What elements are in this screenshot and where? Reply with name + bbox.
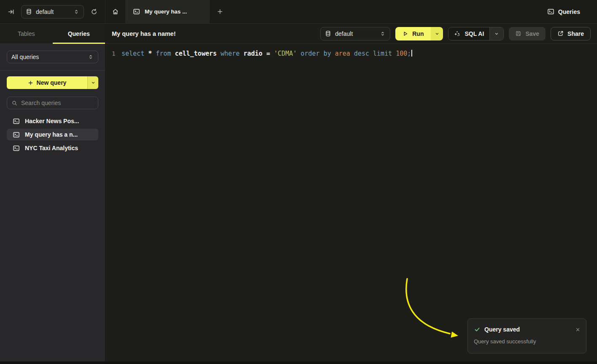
queries-indicator[interactable]: Queries <box>547 0 597 23</box>
new-query-dropdown-button[interactable] <box>87 76 98 89</box>
search-icon <box>11 100 18 106</box>
save-button[interactable]: Save <box>509 27 546 40</box>
toast-close-button[interactable] <box>575 327 580 332</box>
active-tab-underline <box>53 43 105 44</box>
database-selector-value: default <box>36 8 54 15</box>
plus-icon <box>217 8 223 15</box>
chevron-down-icon <box>494 31 499 36</box>
sql-token: limit <box>373 50 396 57</box>
toast-message: Query saved successfully <box>474 338 580 345</box>
database-selector-value: default <box>335 30 353 37</box>
home-button[interactable] <box>105 0 125 23</box>
toast-query-saved: Query saved Query saved successfully <box>467 318 586 353</box>
top-bar-left: default <box>0 0 105 23</box>
query-filter-value: All queries <box>11 54 39 60</box>
sparkles-icon <box>454 30 461 37</box>
new-query-label: New query <box>37 79 67 86</box>
top-bar: default My query has .. <box>0 0 597 24</box>
chevron-down-icon <box>435 31 440 36</box>
sql-token: desc <box>354 50 373 57</box>
queries-indicator-label: Queries <box>558 8 580 15</box>
collapse-sidebar-icon <box>8 8 14 15</box>
sql-console-app: default My query has .. <box>0 0 597 364</box>
console-icon <box>133 8 140 15</box>
run-button-label: Run <box>412 30 424 37</box>
chevron-up-down-icon <box>73 9 79 15</box>
text-cursor <box>411 50 412 57</box>
console-icon <box>13 145 20 152</box>
sql-token: order <box>300 50 323 57</box>
tab-tables-label: Tables <box>18 30 35 37</box>
sidebar-divider <box>0 70 105 70</box>
refresh-icon <box>91 8 97 15</box>
sql-ai-button[interactable]: SQL AI <box>448 27 489 40</box>
home-icon <box>112 8 119 15</box>
sql-token: radio <box>243 50 266 57</box>
database-icon <box>325 30 331 37</box>
query-item-label: NYC Taxi Analytics <box>25 145 78 151</box>
sql-code: select * from cell_towers where radio = … <box>122 49 412 58</box>
sidebar: Tables Queries All queries <box>0 24 105 364</box>
sql-token: area <box>335 50 354 57</box>
sql-token: ; <box>407 50 411 57</box>
tab-tables[interactable]: Tables <box>0 24 53 43</box>
toast-header: Query saved <box>474 326 580 333</box>
save-button-label: Save <box>525 30 539 37</box>
editor-header: My query has a name! default <box>105 24 597 44</box>
new-tab-button[interactable] <box>210 0 230 23</box>
run-button[interactable]: Run <box>395 27 431 40</box>
share-button[interactable]: Share <box>551 27 591 40</box>
query-list: Hacker News Pos... My query has a n... N… <box>7 115 98 154</box>
query-list-item[interactable]: Hacker News Pos... <box>7 115 98 127</box>
sql-token: = <box>266 50 274 57</box>
sql-editor[interactable]: 1 select * from cell_towers where radio … <box>105 44 597 364</box>
check-icon <box>474 326 481 333</box>
refresh-button[interactable] <box>88 6 100 18</box>
sidebar-body: All queries New query <box>0 44 105 154</box>
sql-token: from <box>156 50 175 57</box>
search-queries-box <box>7 97 98 109</box>
tab-queries[interactable]: Queries <box>53 24 105 43</box>
toast-title: Query saved <box>484 326 520 333</box>
sql-token: * <box>148 50 156 57</box>
run-split-button: Run <box>395 27 443 40</box>
query-list-item[interactable]: NYC Taxi Analytics <box>7 142 98 154</box>
sql-token: 100 <box>396 50 407 57</box>
body: Tables Queries All queries <box>0 24 597 364</box>
share-button-label: Share <box>567 30 584 37</box>
chevron-up-down-icon <box>380 31 386 37</box>
database-icon <box>26 8 32 15</box>
tab-strip: My query has ... <box>105 0 547 23</box>
sql-ai-dropdown-button[interactable] <box>489 27 503 40</box>
sql-ai-label: SQL AI <box>465 30 484 37</box>
window-bottom-edge <box>0 361 597 364</box>
new-query-button[interactable]: New query <box>7 76 87 89</box>
database-selector[interactable]: default <box>320 27 390 40</box>
query-filter-select[interactable]: All queries <box>7 51 98 63</box>
collapse-sidebar-button[interactable] <box>5 6 17 18</box>
console-icon <box>13 118 20 125</box>
query-list-item-selected[interactable]: My query has a n... <box>7 129 98 140</box>
share-icon <box>557 30 564 37</box>
query-item-label: My query has a n... <box>25 131 78 138</box>
tab-label: My query has ... <box>145 8 187 15</box>
chevron-up-down-icon <box>88 54 94 60</box>
sql-token: 'CDMA' <box>274 50 300 57</box>
tab-my-query[interactable]: My query has ... <box>125 0 210 23</box>
console-icon <box>13 131 20 138</box>
database-selector[interactable]: default <box>21 5 84 19</box>
sql-token: by <box>324 50 335 57</box>
run-dropdown-button[interactable] <box>431 27 443 40</box>
chevron-down-icon <box>91 80 96 85</box>
main-panel: My query has a name! default <box>105 24 597 364</box>
editor-header-controls: default Run <box>320 27 591 40</box>
sql-token: select <box>122 50 148 57</box>
line-number: 1 <box>112 49 122 58</box>
sql-token: where <box>221 50 243 57</box>
sidebar-tabs: Tables Queries <box>0 24 105 44</box>
sql-token: cell_towers <box>175 50 220 57</box>
floppy-icon <box>515 30 521 37</box>
search-queries-input[interactable] <box>21 100 97 106</box>
query-title: My query has a name! <box>112 30 176 37</box>
console-icon <box>547 8 554 15</box>
